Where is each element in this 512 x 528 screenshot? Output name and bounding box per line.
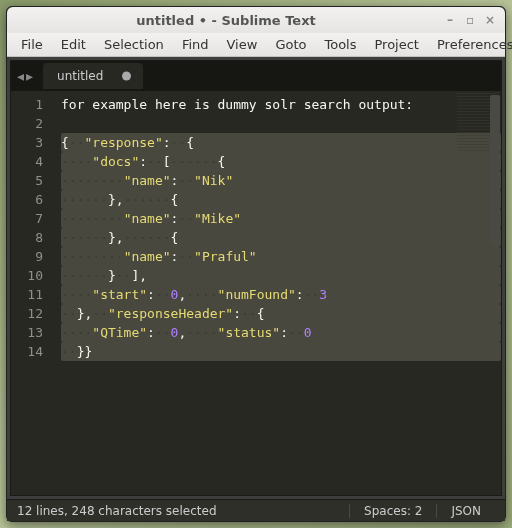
- line-number: 12: [11, 304, 43, 323]
- menu-goto[interactable]: Goto: [267, 35, 314, 54]
- titlebar[interactable]: untitled • - Sublime Text – ▫ ×: [7, 7, 505, 33]
- line-number: 5: [11, 171, 43, 190]
- code-line: ······},······{: [61, 228, 501, 247]
- tab-nav: ◂ ▸: [17, 68, 33, 84]
- menu-project[interactable]: Project: [366, 35, 426, 54]
- code-line: ··}}: [61, 342, 501, 361]
- code-line: ········"name":··"Nik": [61, 171, 501, 190]
- menu-preferences[interactable]: Preferences: [429, 35, 512, 54]
- line-number: 11: [11, 285, 43, 304]
- tab-row: ◂ ▸ untitled: [11, 61, 501, 91]
- line-number: 2: [11, 114, 43, 133]
- vertical-scrollbar[interactable]: [490, 95, 500, 315]
- line-number: 6: [11, 190, 43, 209]
- line-number: 9: [11, 247, 43, 266]
- line-number: 14: [11, 342, 43, 361]
- line-number: 4: [11, 152, 43, 171]
- menu-edit[interactable]: Edit: [53, 35, 94, 54]
- minimize-icon[interactable]: –: [443, 13, 457, 27]
- code-body: 1 2 3 4 5 6 7 8 9 10 11 12 13 14 for exa…: [11, 91, 501, 495]
- menu-file[interactable]: File: [13, 35, 51, 54]
- code-line: for example here is dummy solr search ou…: [61, 95, 501, 114]
- line-number: 13: [11, 323, 43, 342]
- status-syntax[interactable]: JSON: [436, 504, 495, 518]
- code-line: ····"docs":··[······{: [61, 152, 501, 171]
- status-spaces[interactable]: Spaces: 2: [349, 504, 436, 518]
- line-number: 8: [11, 228, 43, 247]
- editor-area: ◂ ▸ untitled 1 2 3 4 5 6 7 8 9 10 11 12: [10, 60, 502, 496]
- line-number: 1: [11, 95, 43, 114]
- app-window: untitled • - Sublime Text – ▫ × File Edi…: [6, 6, 506, 522]
- code-line: ········"name":··"Praful": [61, 247, 501, 266]
- tab-back-icon[interactable]: ◂: [17, 68, 24, 84]
- code-line: {··"response":··{: [61, 133, 501, 152]
- dirty-indicator-icon: [122, 72, 131, 81]
- code-editor[interactable]: for example here is dummy solr search ou…: [53, 91, 501, 495]
- gutter: 1 2 3 4 5 6 7 8 9 10 11 12 13 14: [11, 91, 53, 495]
- tab-forward-icon[interactable]: ▸: [26, 68, 33, 84]
- menu-view[interactable]: View: [219, 35, 266, 54]
- line-number: 7: [11, 209, 43, 228]
- line-number: 3: [11, 133, 43, 152]
- code-line: ········"name":··"Mike": [61, 209, 501, 228]
- statusbar: 12 lines, 248 characters selected Spaces…: [7, 499, 505, 521]
- close-icon[interactable]: ×: [483, 13, 497, 27]
- status-selection: 12 lines, 248 characters selected: [17, 504, 349, 518]
- code-line: ······},······{: [61, 190, 501, 209]
- menubar: File Edit Selection Find View Goto Tools…: [7, 33, 505, 57]
- maximize-icon[interactable]: ▫: [463, 13, 477, 27]
- code-line: ····"QTime":··0,····"status":··0: [61, 323, 501, 342]
- menu-find[interactable]: Find: [174, 35, 217, 54]
- menu-tools[interactable]: Tools: [316, 35, 364, 54]
- code-line: [61, 114, 501, 133]
- line-number: 10: [11, 266, 43, 285]
- code-line: ··},··"responseHeader":··{: [61, 304, 501, 323]
- code-line: ····"start":··0,····"numFound":··3: [61, 285, 501, 304]
- window-title: untitled • - Sublime Text: [15, 13, 437, 28]
- tab-untitled[interactable]: untitled: [43, 63, 143, 89]
- scrollbar-thumb[interactable]: [490, 95, 500, 245]
- tab-label: untitled: [57, 69, 103, 83]
- menu-selection[interactable]: Selection: [96, 35, 172, 54]
- code-line: ······}··],: [61, 266, 501, 285]
